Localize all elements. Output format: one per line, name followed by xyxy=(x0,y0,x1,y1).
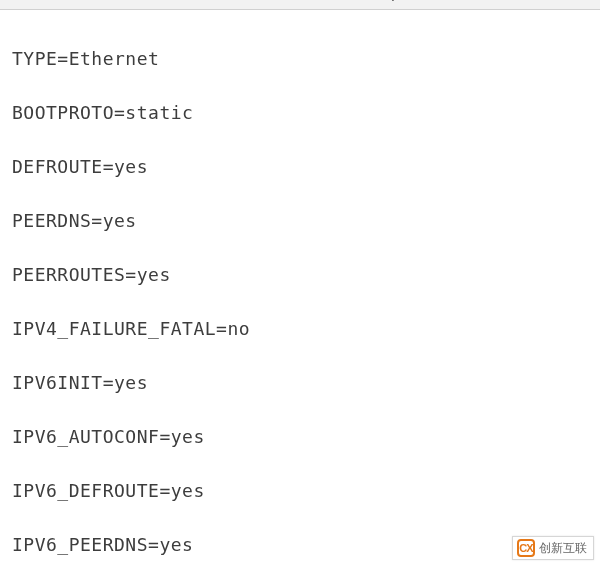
config-line: IPV6_PEERDNS=yes xyxy=(12,531,588,558)
menubar: File Edit View Search Terminal Help xyxy=(0,0,600,10)
config-line: TYPE=Ethernet xyxy=(12,45,588,72)
config-line: IPV4_FAILURE_FATAL=no xyxy=(12,315,588,342)
config-line: PEERDNS=yes xyxy=(12,207,588,234)
watermark: CX 创新互联 xyxy=(512,536,594,560)
config-line: PEERROUTES=yes xyxy=(12,261,588,288)
config-line: IPV6INIT=yes xyxy=(12,369,588,396)
watermark-logo-icon: CX xyxy=(517,539,535,557)
config-line: DEFROUTE=yes xyxy=(12,153,588,180)
config-line: IPV6_DEFROUTE=yes xyxy=(12,477,588,504)
terminal-editor[interactable]: TYPE=Ethernet BOOTPROTO=static DEFROUTE=… xyxy=(0,10,600,572)
config-line: BOOTPROTO=static xyxy=(12,99,588,126)
config-line: IPV6_AUTOCONF=yes xyxy=(12,423,588,450)
watermark-label: 创新互联 xyxy=(539,540,587,557)
